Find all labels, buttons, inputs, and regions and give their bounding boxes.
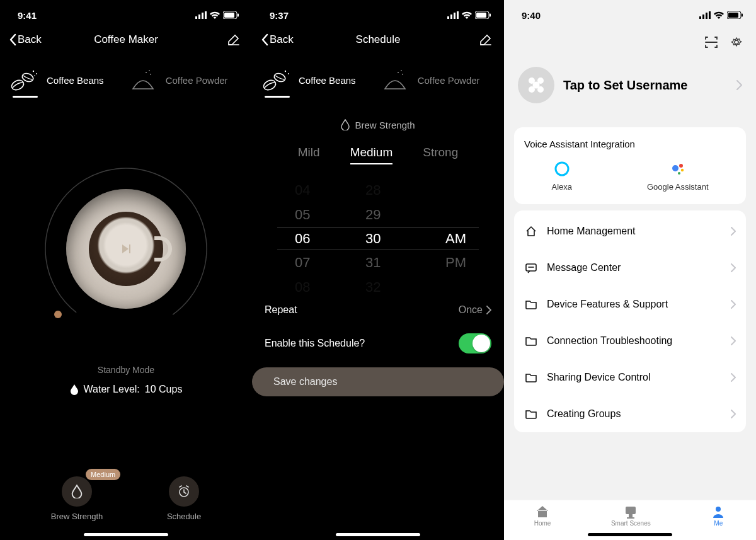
- row-device-features[interactable]: Device Features & Support: [514, 286, 746, 323]
- tab-coffee-beans-label: Coffee Beans: [47, 75, 104, 86]
- tab-smart-scenes[interactable]: Smart Scenes: [611, 505, 651, 527]
- battery-icon: [475, 11, 491, 19]
- svg-rect-18: [447, 16, 449, 19]
- tab-coffee-beans[interactable]: Coffee Beans: [8, 67, 104, 93]
- schedule-action[interactable]: Schedule: [167, 476, 201, 521]
- row-message-center[interactable]: Message Center: [514, 250, 746, 286]
- back-button[interactable]: Back: [9, 33, 42, 46]
- strength-mild[interactable]: Mild: [298, 146, 320, 164]
- screen-schedule: 9:37 Back Schedule Coffee Beans Coffee: [252, 0, 504, 540]
- save-changes-button[interactable]: Save changes: [252, 367, 504, 396]
- picker-hour-selected[interactable]: 06: [295, 231, 310, 247]
- picker-hour-opt[interactable]: 05: [295, 206, 310, 222]
- folder-icon: [524, 371, 538, 384]
- row-home-management[interactable]: Home Management: [514, 213, 746, 250]
- svg-rect-38: [742, 14, 743, 17]
- chevron-right-icon: [736, 80, 742, 90]
- picker-hour-opt[interactable]: 04: [295, 182, 310, 198]
- scan-button[interactable]: [704, 35, 718, 49]
- edit-button[interactable]: [479, 33, 493, 47]
- tab-scenes-label: Smart Scenes: [611, 520, 651, 527]
- svg-rect-53: [627, 517, 634, 519]
- home-icon: [535, 505, 550, 519]
- tab-me[interactable]: Me: [711, 505, 726, 527]
- profile-name: Tap to Set Username: [563, 78, 728, 93]
- avatar-placeholder-icon: [525, 74, 547, 96]
- chevron-right-icon: [486, 306, 491, 314]
- svg-point-11: [34, 75, 35, 76]
- back-button[interactable]: Back: [261, 33, 294, 46]
- play-button[interactable]: [115, 238, 137, 260]
- svg-rect-32: [699, 16, 701, 19]
- tab-coffee-beans[interactable]: Coffee Beans: [260, 67, 356, 93]
- home-indicator[interactable]: [84, 533, 168, 536]
- picker-min-opt[interactable]: 32: [365, 279, 381, 296]
- settings-list-card: Home Management Message Center Device Fe…: [514, 210, 746, 432]
- assistant-google[interactable]: Google Assistant: [647, 161, 709, 192]
- avatar: [518, 67, 554, 103]
- voice-assistant-card: Voice Assistant Integration Alexa Google…: [514, 127, 746, 204]
- brew-strength-action[interactable]: Medium Brew Strength: [51, 476, 103, 521]
- tab-underline: [13, 96, 38, 98]
- folder-icon: [524, 334, 538, 348]
- water-drop-icon: [71, 485, 83, 498]
- person-icon: [711, 505, 726, 519]
- schedule-label: Schedule: [167, 512, 201, 521]
- repeat-row[interactable]: Repeat Once: [252, 296, 504, 325]
- settings-button[interactable]: [730, 35, 743, 49]
- picker-ampm-opt[interactable]: PM: [445, 255, 466, 271]
- assistant-google-label: Google Assistant: [647, 182, 709, 192]
- tab-home[interactable]: Home: [534, 505, 551, 527]
- row-sharing[interactable]: Sharing Device Control: [514, 359, 746, 396]
- picker-min-opt[interactable]: 31: [365, 255, 381, 271]
- brew-strength-label: Brew Strength: [355, 120, 415, 130]
- svg-point-44: [533, 82, 540, 89]
- row-troubleshooting[interactable]: Connection Troubleshooting: [514, 323, 746, 359]
- status-icons: [195, 11, 239, 19]
- status-text: Standby Mode: [0, 365, 252, 375]
- tab-me-label: Me: [714, 520, 723, 527]
- water-drop-icon: [341, 119, 350, 130]
- enable-schedule-toggle[interactable]: [459, 333, 491, 353]
- picker-hour-opt[interactable]: 07: [295, 255, 310, 271]
- time-picker[interactable]: 04 05 06 07 08 28 29 30 31 32 · · AM PM …: [265, 182, 491, 296]
- play-next-icon: [119, 242, 133, 256]
- picker-min-opt[interactable]: 28: [365, 182, 381, 198]
- back-label: Back: [18, 33, 42, 46]
- alarm-clock-icon: [177, 485, 191, 498]
- repeat-label: Repeat: [265, 304, 297, 316]
- strength-medium[interactable]: Medium: [350, 146, 393, 164]
- coffee-type-tabs: Coffee Beans Coffee Powder: [0, 55, 252, 100]
- svg-rect-5: [224, 13, 234, 18]
- row-device-features-label: Device Features & Support: [547, 299, 722, 310]
- pencil-icon: [479, 33, 493, 47]
- edit-button[interactable]: [227, 33, 241, 47]
- assistant-alexa[interactable]: Alexa: [551, 161, 572, 192]
- row-groups[interactable]: Creating Groups: [514, 396, 746, 432]
- tab-coffee-powder[interactable]: Coffee Powder: [127, 67, 228, 93]
- picker-ampm-selected[interactable]: AM: [445, 231, 466, 247]
- picker-mins[interactable]: 28 29 30 31 32: [365, 182, 381, 296]
- row-home-management-label: Home Management: [547, 226, 722, 237]
- chevron-left-icon: [261, 33, 268, 46]
- cellular-icon: [447, 11, 459, 19]
- picker-hour-opt[interactable]: 08: [295, 279, 310, 296]
- svg-point-29: [398, 72, 399, 73]
- home-indicator[interactable]: [336, 533, 420, 536]
- dial-knob[interactable]: [54, 311, 62, 318]
- home-indicator[interactable]: [588, 533, 672, 536]
- picker-hours[interactable]: 04 05 06 07 08: [295, 182, 310, 296]
- picker-ampm[interactable]: · · AM PM ·: [445, 182, 466, 296]
- profile-row[interactable]: Tap to Set Username: [515, 60, 745, 121]
- chevron-right-icon: [731, 263, 736, 272]
- coffee-dial[interactable]: [32, 154, 220, 343]
- assistant-alexa-label: Alexa: [551, 182, 572, 192]
- svg-rect-52: [629, 514, 633, 517]
- picker-min-selected[interactable]: 30: [365, 231, 381, 247]
- svg-rect-3: [205, 11, 207, 19]
- picker-min-opt[interactable]: 29: [365, 206, 381, 222]
- strength-strong[interactable]: Strong: [423, 146, 458, 164]
- voice-assistant-title: Voice Assistant Integration: [514, 130, 746, 157]
- tab-coffee-powder[interactable]: Coffee Powder: [379, 67, 480, 93]
- svg-rect-51: [626, 507, 636, 514]
